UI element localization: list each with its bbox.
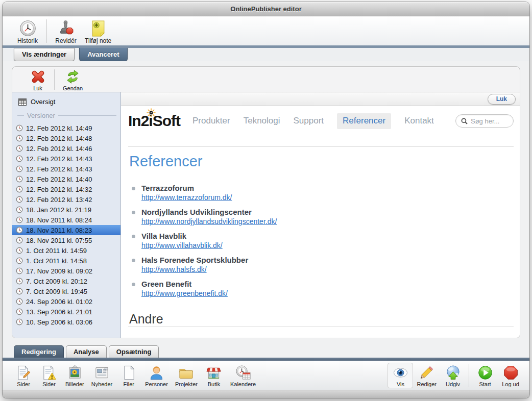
version-label: 12. Feb 2012 kl. 14:43 — [26, 165, 92, 173]
site-nav-item[interactable]: Produkter — [192, 113, 230, 129]
website-preview: Luk In2iSoft — [121, 92, 520, 338]
nyheder-label: Nyheder — [91, 381, 113, 387]
version-item[interactable]: 12. Feb 2012 kl. 14:40 — [12, 174, 120, 184]
version-item[interactable]: 12. Feb 2012 kl. 14:46 — [12, 143, 120, 154]
historik-button[interactable]: Historik — [13, 18, 42, 45]
site-nav-item[interactable]: Kontakt — [404, 113, 434, 129]
reference-link[interactable]: http://www.greenbenefit.dk/ — [141, 289, 228, 297]
log-ud-button[interactable]: Log ud — [498, 363, 523, 388]
revider-button[interactable]: Revidér — [51, 18, 81, 45]
mode-tab[interactable]: Vis ændringer — [14, 48, 75, 61]
clock-icon — [16, 186, 23, 193]
start-button[interactable]: Start — [472, 363, 498, 388]
shop-icon — [206, 364, 222, 381]
clock-icon — [16, 176, 23, 183]
version-item[interactable]: 10. Sep 2006 kl. 03:06 — [12, 317, 120, 327]
bottom-tab[interactable]: Redigering — [14, 345, 64, 358]
clock-icon — [16, 288, 23, 295]
udgiv-button[interactable]: Udgiv — [440, 363, 466, 388]
version-item[interactable]: 18. Jan 2012 kl. 21:19 — [12, 205, 120, 215]
version-item[interactable]: 12. Feb 2012 kl. 14:49 — [12, 123, 120, 133]
reference-link[interactable]: http://www.nordjyllandsudviklingscenter.… — [141, 217, 277, 225]
gendan-label: Gendan — [63, 85, 83, 91]
site-logo[interactable]: In2iSoft — [128, 112, 180, 130]
close-x-icon — [30, 69, 46, 85]
eye-icon — [393, 364, 408, 381]
clock-icon — [16, 135, 23, 142]
version-label: 24. Sep 2006 kl. 01:02 — [26, 298, 92, 306]
reference-item: Green Benefit http://www.greenbenefit.dk… — [141, 280, 514, 298]
version-item[interactable]: 12. Feb 2012 kl. 14:48 — [12, 133, 120, 143]
version-item[interactable]: 24. Sep 2006 kl. 01:02 — [12, 296, 120, 307]
nyheder-button[interactable]: Nyheder — [88, 363, 116, 388]
filer-button[interactable]: Filer — [116, 363, 141, 388]
version-item[interactable]: 17. Nov 2009 kl. 09:02 — [12, 266, 120, 276]
clock-icon — [16, 124, 23, 132]
newspaper-icon — [94, 364, 110, 381]
bottom-tab[interactable]: Analyse — [66, 345, 107, 358]
sider-warning-button[interactable]: Sider — [36, 363, 62, 388]
revider-label: Revidér — [55, 37, 76, 44]
log-ud-label: Log ud — [502, 381, 519, 387]
version-item[interactable]: 12. Feb 2012 kl. 14:32 — [12, 184, 120, 194]
reference-item: Villa Havblik http://www.villahavblik.dk… — [141, 232, 514, 250]
reference-item: Terrazzoforum http://www.terrazzoforum.d… — [141, 184, 514, 202]
kalendere-button[interactable]: Kalendere — [227, 363, 259, 388]
preview-luk-button[interactable]: Luk — [488, 94, 516, 105]
butik-button[interactable]: Butik — [201, 363, 227, 388]
tilfoj-note-button[interactable]: Tilføj note — [81, 18, 115, 45]
site-nav-item[interactable]: Support — [294, 113, 324, 129]
clock-icon — [16, 237, 23, 244]
version-item[interactable]: 12. Feb 2012 kl. 14:43 — [12, 164, 120, 174]
add-note-icon — [90, 19, 106, 37]
version-item[interactable]: 7. Oct 2009 kl. 19:45 — [12, 286, 120, 296]
version-item[interactable]: 12. Feb 2012 kl. 14:43 — [12, 154, 120, 164]
toolbar-separator — [46, 19, 47, 43]
reference-item: Nordjyllands Udviklingscenter http://www… — [141, 208, 514, 226]
version-item[interactable]: 18. Nov 2011 kl. 08:23 — [12, 225, 120, 235]
sidebar-item-oversigt[interactable]: Oversigt — [12, 96, 120, 107]
site-nav-item[interactable]: Teknologi — [244, 113, 280, 129]
separator-line — [58, 115, 116, 116]
version-item[interactable]: 1. Oct 2011 kl. 14:59 — [12, 245, 120, 256]
reference-link[interactable]: http://www.villahavblik.dk/ — [141, 241, 223, 249]
version-item[interactable]: 18. Nov 2011 kl. 08:24 — [12, 215, 120, 225]
window-titlebar[interactable]: OnlinePublisher editor — [3, 2, 529, 16]
app-window: OnlinePublisher editor Historik — [3, 2, 529, 398]
reference-link[interactable]: http://www.halsfs.dk/ — [141, 265, 207, 273]
search-icon — [461, 118, 468, 124]
gendan-button[interactable]: Gendan — [58, 68, 88, 92]
window-footer[interactable] — [3, 390, 529, 398]
bottom-tab[interactable]: Opsætning — [109, 345, 159, 358]
version-label: 12. Feb 2012 kl. 13:42 — [26, 196, 92, 204]
top-toolbar: Historik Revidér — [3, 16, 529, 45]
version-label: 7. Oct 2009 kl. 20:12 — [26, 278, 87, 285]
vis-button[interactable]: Vis — [388, 363, 413, 388]
version-item[interactable]: 1. Oct 2011 kl. 14:58 — [12, 256, 120, 266]
search-input[interactable] — [471, 117, 507, 125]
version-item[interactable]: 18. Nov 2011 kl. 07:55 — [12, 235, 120, 245]
version-item[interactable]: 12. Feb 2012 kl. 13:42 — [12, 194, 120, 205]
clock-icon — [16, 267, 23, 274]
version-item[interactable]: 7. Oct 2009 kl. 20:12 — [12, 276, 120, 286]
site-nav: Produkter Teknologi Support Referencer K… — [192, 113, 434, 129]
personer-button[interactable]: Personer — [141, 363, 172, 388]
version-label: 18. Nov 2011 kl. 08:24 — [26, 216, 92, 224]
sider-edit-button[interactable]: Sider — [11, 363, 36, 388]
version-item[interactable]: 13. Sep 2006 kl. 21:01 — [12, 307, 120, 317]
site-search[interactable] — [455, 114, 514, 128]
luk-button[interactable]: Luk — [25, 68, 51, 92]
billeder-button[interactable]: Billeder — [62, 363, 88, 388]
sider-edit-label: Sider — [17, 381, 30, 387]
rediger-label: Rediger — [417, 381, 437, 387]
site-nav-item[interactable]: Referencer — [337, 113, 391, 129]
grid-icon — [18, 98, 27, 106]
rediger-button[interactable]: Rediger — [413, 363, 440, 388]
history-clock-icon — [19, 19, 36, 37]
mode-tab[interactable]: Avanceret — [79, 48, 127, 61]
version-label: 18. Nov 2011 kl. 08:23 — [26, 227, 92, 234]
reference-link[interactable]: http://www.terrazzoforum.dk/ — [141, 193, 232, 202]
projekter-button[interactable]: Projekter — [172, 363, 201, 388]
page-heading: Referencer — [129, 153, 514, 170]
clock-icon — [16, 308, 23, 315]
